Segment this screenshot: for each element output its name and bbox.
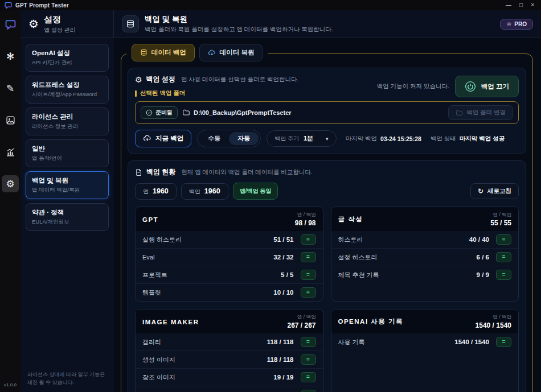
backup-settings-description: 앱 사용 데이터를 선택한 폴더로 백업합니다. [181,76,299,84]
database-icon-box [122,15,139,32]
row-label: 템플릿 [142,288,161,297]
ready-badge: 준비됨 [141,106,178,119]
table-openai-usage: OPENAI 사용 기록 앱 / 백업 1540 / 1540 사용 기록154… [331,309,519,392]
backup-state-value: 마지막 백업 성공 [460,135,505,143]
table-writing: 글 작성 앱 / 백업 55 / 55 히스토리40 / 40=설정 히스토리6… [331,207,519,302]
row-label: 갤러리 [142,338,161,346]
sidebar-item-wordpress[interactable]: 워드프레스 설정 사이트/계정/App Password [26,76,109,104]
change-folder-label: 백업 폴더 변경 [466,109,506,117]
table-row: 내 스타일 프리셋3 / 3= [136,386,323,392]
row-label: 프로젝트 [142,271,167,279]
window-titlebar: GPT Prompt Tester — □ × [0,0,541,10]
equal-badge: = [496,234,511,245]
equal-badge: = [301,234,316,245]
settings-gear-icon: ⚙ [28,17,39,31]
tab-data-backup[interactable]: 데이터 백업 [132,44,195,61]
sidebar-item-backup-restore[interactable]: 백업 및 복원 앱 데이터 백업/복원 [26,171,109,199]
backup-mode-toggle: 수동 자동 [197,130,261,147]
match-badge: 앱/백업 동일 [233,183,278,200]
table-row: 참조 이미지19 / 19= [136,368,323,386]
nav-prompt-tester[interactable] [2,16,19,33]
settings-subtitle: 앱 설정 관리 [44,26,76,34]
backup-panel: ⚙ 백업 설정 앱 사용 데이터를 선택한 폴더로 백업합니다. 선택된 백업 … [121,53,533,392]
sidebar-item-policy[interactable]: 약관 · 정책 EULA/개인정보 [26,203,109,231]
table-row: 실행 히스토리51 / 51= [136,231,323,248]
backup-now-button[interactable]: 지금 백업 [135,130,191,147]
row-value: 1540 / 1540 [454,339,489,345]
table-col-header: 앱 / 백업 [287,314,315,321]
row-label: 히스토리 [338,236,363,244]
page-header-bar: ⚙ 설정 앱 설정 관리 백업 및 복원 백업 폴더와 복원 폴더를 설정하고 [21,10,541,38]
table-col-header: 앱 / 백업 [490,212,511,218]
mode-auto-option[interactable]: 자동 [229,132,259,145]
table-image-maker: IMAGE MAKER 앱 / 백업 267 / 267 갤러리118 / 11… [135,309,323,392]
sidebar-item-openai[interactable]: OpenAI 설정 API 키/단가 관리 [26,44,109,72]
sidebar-item-license[interactable]: 라이선스 관리 라이선스 정보 관리 [26,108,109,135]
backup-settings-gear-icon: ⚙ [135,75,142,84]
interval-value: 1분 [304,134,313,143]
row-label: 생성 이미지 [142,356,175,364]
equal-badge: = [301,372,316,382]
row-value: 19 / 19 [273,374,293,381]
chevron-down-icon: ▾ [326,136,329,142]
backup-folder-row: 준비됨 D:\00_Backup\GptPromptTeseter [135,101,519,124]
window-title: GPT Prompt Tester [15,2,69,9]
power-icon [465,81,476,92]
equal-badge: = [301,354,316,365]
table-row: 프로젝트5 / 5= [136,266,323,283]
table-title: OPENAI 사용 기록 [338,317,403,326]
refresh-label: 새로고침 [487,187,511,195]
backup-interval-dropdown[interactable]: 백업 주기 1분 ▾ [267,130,336,147]
nav-settings[interactable]: ⚙ [2,175,19,192]
license-footnote: 라이선스 상태에 따라 일부 기능은 제한 될 수 있습니다. [27,371,108,386]
settings-sidebar: OpenAI 설정 API 키/단가 관리 워드프레스 설정 사이트/계정/Ap… [21,38,114,392]
table-row: 히스토리40 / 40= [331,231,519,248]
table-row: Eval32 / 32= [136,248,323,266]
image-icon [6,115,15,125]
sidebar-item-title: 백업 및 복원 [32,176,103,185]
backup-now-label: 지금 백업 [155,134,183,143]
cloud-upload-icon [143,134,151,143]
chart-icon [6,147,15,157]
refresh-button[interactable]: ↻ 새로고침 [470,183,519,199]
row-value: 51 / 51 [273,236,293,243]
change-folder-button[interactable]: 백업 폴더 변경 [448,105,513,120]
check-circle-icon [146,109,153,116]
row-label: Eval [142,254,154,261]
openai-logo-icon: ✻ [6,52,14,61]
row-label: 참조 이미지 [142,373,175,382]
comparison-tables: GPT 앱 / 백업 98 / 98 실행 히스토리51 / 51=Eval32… [135,207,519,392]
equal-badge: = [496,252,511,262]
minimize-button[interactable]: — [506,2,511,8]
nav-stats[interactable] [2,143,19,160]
table-title: GPT [142,216,158,223]
pro-badge[interactable]: ♔ PRO [500,19,533,30]
app-version: v1.0.0 [0,382,21,387]
nav-openai[interactable]: ✻ [2,48,19,65]
sidebar-item-subtitle: 사이트/계정/App Password [32,91,103,98]
table-total: 267 / 267 [287,321,315,329]
sidebar-item-subtitle: 앱 데이터 백업/복원 [32,187,103,194]
table-row: 생성 이미지118 / 118= [136,350,323,368]
tab-data-restore[interactable]: 데이터 복원 [199,44,263,61]
folder-icon [182,109,190,117]
nav-writing[interactable]: ✎ [2,80,19,97]
backup-off-button[interactable]: 백업 끄기 [455,76,519,97]
table-gpt: GPT 앱 / 백업 98 / 98 실행 히스토리51 / 51=Eval32… [135,207,323,302]
database-backup-icon [140,49,147,56]
equal-badge: = [301,252,316,262]
backup-status-card: 백업 현황 현재 앱 데이터와 백업 폴더 데이터를 비교합니다. 앱 1960… [128,160,526,392]
maximize-button[interactable]: □ [519,2,523,8]
row-label: 실행 히스토리 [142,236,182,244]
icon-rail: ✻ ✎ ⚙ v1.0.0 [0,10,21,392]
backup-state-label: 백업 상태 [431,135,456,143]
equal-badge: = [301,270,316,280]
sidebar-item-general[interactable]: 일반 앱 동작/언어 [26,139,109,167]
nav-image[interactable] [2,112,19,129]
mode-manual-option[interactable]: 수동 [199,132,229,145]
cloud-download-icon [208,49,216,57]
app-logo-icon [5,2,12,9]
close-button[interactable]: × [531,2,534,8]
backup-status-description: 현재 앱 데이터와 백업 폴더 데이터를 비교합니다. [181,168,312,176]
table-col-header: 앱 / 백업 [476,314,511,321]
